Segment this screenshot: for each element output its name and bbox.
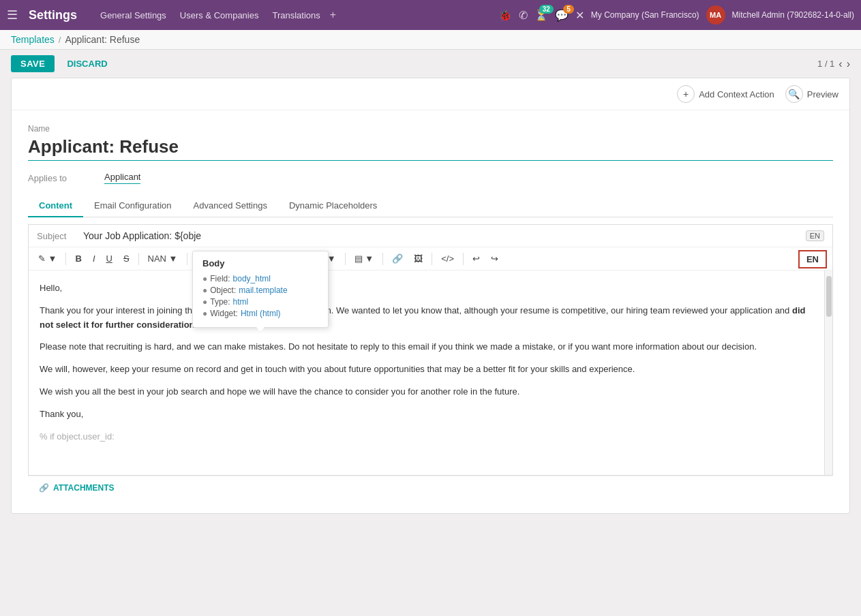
tooltip-widget-row: ● Widget: Html (html) [202,309,318,318]
chat-badge-wrap[interactable]: 💬 5 [555,9,569,22]
breadcrumb-separator: / [59,35,61,45]
activity-badge-wrap[interactable]: ⏳ 32 [534,9,548,22]
toolbar-link[interactable]: 🔗 [388,251,407,266]
pager-count: 1 / 1 [817,59,834,69]
editor-content-wrap: Hello, Thank you for your interest in jo… [29,271,832,475]
tooltip-type-row: ● Type: html [202,297,318,307]
editor-content[interactable]: Hello, Thank you for your interest in jo… [29,271,832,475]
chat-count: 5 [563,5,574,14]
tab-content[interactable]: Content [28,195,83,217]
applies-label: Applies to [28,173,96,183]
name-label: Name [28,124,833,134]
bold-phrase: did not select it for further considerat… [40,305,805,330]
toolbar-strikethrough[interactable]: S [119,251,134,266]
toolbar-code[interactable]: </> [437,251,458,266]
prev-arrow[interactable]: ‹ [839,58,842,70]
tabs-bar: Content Email Configuration Advanced Set… [28,195,833,217]
toolbar-font[interactable]: NAN ▼ [144,251,182,266]
subject-label: Subject [37,231,78,241]
admin-label: Mitchell Admin (7902682-14-0-all) [732,10,854,20]
company-label[interactable]: My Company (San Francisco) [591,10,699,20]
app-title: Settings [29,8,77,22]
tooltip-object-row: ● Object: mail.template [202,286,318,295]
toolbar-underline[interactable]: U [102,251,117,266]
para-thanks: Thank you, [40,407,819,422]
scrollbar[interactable] [824,271,832,475]
editor-toolbar: ✎ ▼ B I U S NAN ▼ A ▼ ✎ ▼ ≡ ≡ ☑ ≡ ▼ ▤ ▼ [29,247,832,271]
toolbar-undo[interactable]: ↩ [468,251,484,266]
para-wish: We wish you all the best in your job sea… [40,385,819,399]
sep-1 [65,253,66,265]
close-icon[interactable]: ✕ [575,9,584,22]
tab-dynamic-placeholders[interactable]: Dynamic Placeholders [278,195,388,217]
toolbar-table[interactable]: ▤ ▼ [350,251,378,266]
add-icon: + [677,85,695,103]
menu-icon[interactable]: ☰ [7,7,18,22]
tooltip-object-label: Object: [210,286,236,295]
applies-row: Applies to Applicant [28,172,833,184]
sep-7 [382,253,383,265]
subject-value[interactable]: Your Job Application: ${obje [83,230,800,241]
breadcrumb-parent[interactable]: Templates [11,34,55,45]
tab-email-config[interactable]: Email Configuration [83,195,182,217]
editor-area: Subject Your Job Application: ${obje EN … [28,224,833,476]
toolbar-pen[interactable]: ✎ ▼ [34,251,61,266]
bug-icon[interactable]: 🐞 [498,9,512,22]
attachments-bar[interactable]: 🔗 ATTACHMENTS [28,476,833,499]
nav-users-companies[interactable]: Users & Companies [176,7,263,23]
toolbar-italic[interactable]: I [89,251,100,266]
nav-add-icon[interactable]: + [330,9,336,21]
sep-6 [345,253,346,265]
next-arrow[interactable]: › [847,58,850,70]
add-context-action-button[interactable]: + Add Context Action [677,85,774,103]
sep-3 [187,253,187,265]
action-bar: SAVE DISCARD 1 / 1 ‹ › [0,50,861,78]
tooltip-title: Body [202,258,318,268]
preview-label: Preview [807,89,839,99]
avatar[interactable]: MA [706,5,725,25]
para-note: Please note that recruiting is hard, and… [40,340,819,354]
attachment-icon: 🔗 [39,483,49,493]
name-input[interactable] [28,136,833,161]
tooltip-field-row: ● Field: body_html [202,274,318,283]
nav-general-settings[interactable]: General Settings [96,7,170,23]
body-tooltip: Body ● Field: body_html ● Object: mail.t… [192,251,329,328]
tooltip-type-label: Type: [210,297,230,307]
lang-en-button[interactable]: EN [798,250,827,268]
sep-8 [432,253,432,265]
discard-button[interactable]: DISCARD [60,55,114,72]
add-context-label: Add Context Action [699,89,774,99]
applies-value[interactable]: Applicant [104,172,140,184]
card-header: + Add Context Action 🔍 Preview [12,78,849,110]
tooltip-field-value: body_html [233,274,271,283]
subject-lang-badge[interactable]: EN [806,230,824,241]
para-thankyou: Thank you for your interest in joining t… [40,304,819,333]
preview-icon: 🔍 [785,85,803,103]
breadcrumb: Templates / Applicant: Refuse [0,30,861,50]
topnav: ☰ Settings General Settings Users & Comp… [0,0,861,30]
save-button[interactable]: SAVE [11,55,55,72]
tooltip-widget-label: Widget: [210,309,238,318]
scrollbar-thumb [826,276,832,317]
phone-icon[interactable]: ✆ [519,9,528,22]
main-card: + Add Context Action 🔍 Preview Name Appl… [11,78,850,514]
toolbar-image[interactable]: 🖼 [410,251,427,266]
para-keep: We will, however, keep your resume on re… [40,363,819,377]
pager: 1 / 1 ‹ › [817,58,850,70]
breadcrumb-current: Applicant: Refuse [65,34,140,45]
tooltip-field-label: Field: [210,274,230,283]
tooltip-type-value: html [233,297,249,307]
sep-2 [138,253,139,265]
tooltip-object-value: mail.template [239,286,287,295]
toolbar-redo[interactable]: ↪ [487,251,502,266]
preview-button[interactable]: 🔍 Preview [785,85,839,103]
form-body: Name Applies to Applicant Content Email … [12,110,849,513]
activity-count: 32 [539,5,554,14]
tab-advanced-settings[interactable]: Advanced Settings [183,195,278,217]
nav-translations[interactable]: Translations [268,7,324,23]
sep-9 [463,253,464,265]
attachments-label: ATTACHMENTS [53,483,115,493]
para-hello: Hello, [40,281,819,296]
tooltip-widget-value: Html (html) [241,309,281,318]
toolbar-bold[interactable]: B [71,251,85,266]
